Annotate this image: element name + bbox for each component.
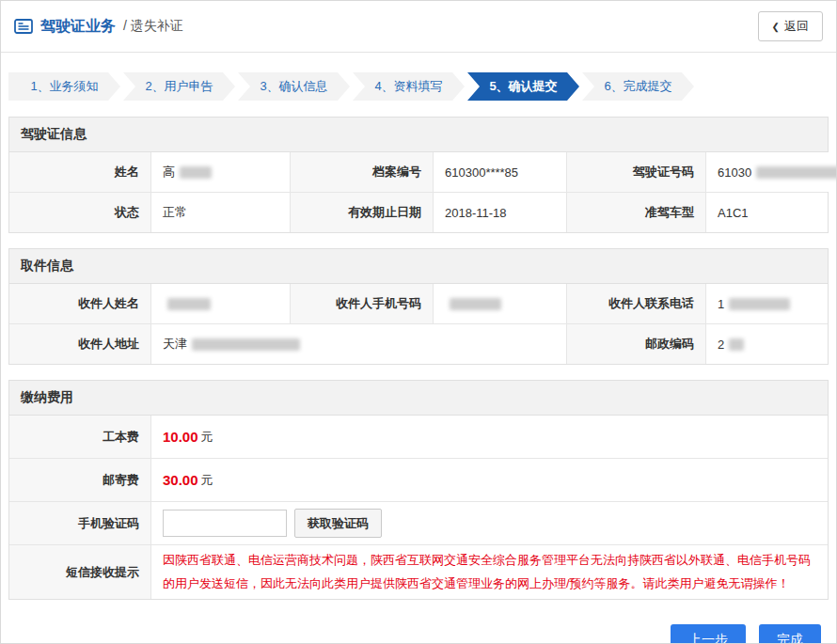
field-label-recipient-name: 收件人姓名 [9,284,150,323]
back-button[interactable]: ❮ 返回 [758,11,823,41]
page: 驾驶证业务 / 遗失补证 ❮ 返回 1、业务须知 2、用户申告 3、确认信息 4… [0,0,837,644]
page-title: 驾驶证业务 [40,17,116,37]
field-label-recipient-mobile: 收件人手机号码 [290,284,433,323]
footer-actions: 上一步 完成 [1,615,836,644]
fee-unit: 元 [201,472,213,489]
table-row: 工本费 10.00 元 [9,416,828,459]
field-value-recipient-name [150,284,290,323]
step-5-confirm-submit: 5、确认提交 [467,72,579,101]
field-label-recipient-phone: 收件人联系电话 [566,284,705,323]
field-value-vehicle-class: A1C1 [705,193,828,232]
table-row: 姓名 高 档案编号 610300****85 驾驶证号码 61030 [9,152,828,193]
table-row: 短信接收提示 因陕西省联通、电信运营商技术问题，陕西省互联网交通安全综合服务管理… [9,545,828,599]
sms-code-row: 获取验证码 [150,502,828,544]
field-value-recipient-mobile [433,284,566,323]
sms-code-input[interactable] [163,510,287,537]
table-row: 收件人姓名 收件人手机号码 收件人联系电话 1 [9,284,828,324]
license-card-icon [14,19,33,34]
license-info-section: 驾驶证信息 姓名 高 档案编号 610300****85 驾驶证号码 61030… [8,117,829,233]
table-row: 手机验证码 获取验证码 [9,502,828,545]
field-value-postal-code: 2 [705,324,828,364]
previous-step-button[interactable]: 上一步 [671,624,746,644]
step-6-complete: 6、完成提交 [582,72,694,101]
redacted-text [756,166,837,179]
redacted-text [729,338,744,351]
field-label-postal-code: 邮政编码 [566,324,705,364]
field-label-license-no: 驾驶证号码 [566,152,705,192]
pickup-info-section: 取件信息 收件人姓名 收件人手机号码 收件人联系电话 1 收件人地址 天津 邮政… [8,248,829,365]
field-value-license-no: 61030 [705,152,837,192]
step-4-fill-data: 4、资料填写 [353,72,465,101]
fees-section: 缴纳费用 工本费 10.00 元 邮寄费 30.00 元 手机验证码 获取验证码… [8,380,829,600]
get-code-button[interactable]: 获取验证码 [294,509,382,538]
step-1-notice: 1、业务须知 [8,72,120,101]
sms-notice-text: 因陕西省联通、电信运营商技术问题，陕西省互联网交通安全综合服务管理平台无法向持陕… [163,549,816,595]
field-value-recipient-phone: 1 [705,284,828,323]
field-value-postage-fee: 30.00 元 [150,459,828,501]
redacted-text [192,338,300,351]
step-3-confirm-info: 3、确认信息 [238,72,350,101]
field-value-status: 正常 [150,193,290,232]
breadcrumb: 驾驶证业务 / 遗失补证 [14,17,183,37]
page-header: 驾驶证业务 / 遗失补证 ❮ 返回 [1,1,836,53]
field-label-name: 姓名 [9,152,150,192]
section-title: 驾驶证信息 [9,118,828,152]
redacted-text [180,166,212,179]
field-value-file-no: 610300****85 [433,152,566,192]
field-label-postage-fee: 邮寄费 [9,459,150,501]
chevron-left-icon: ❮ [772,22,780,32]
field-value-name: 高 [150,152,290,192]
section-title: 取件信息 [9,249,828,284]
back-button-label: 返回 [784,18,809,35]
field-label-recipient-address: 收件人地址 [9,324,150,364]
fee-unit: 元 [201,429,213,446]
field-label-vehicle-class: 准驾车型 [566,193,705,232]
field-label-status: 状态 [9,193,150,232]
fee-amount: 30.00 [163,472,198,488]
table-row: 状态 正常 有效期止日期 2018-11-18 准驾车型 A1C1 [9,193,828,232]
fee-amount: 10.00 [163,429,198,445]
redacted-text [450,298,501,310]
section-title: 缴纳费用 [9,381,828,416]
redacted-text [729,298,790,310]
field-label-expiry: 有效期止日期 [290,193,433,232]
field-value-production-fee: 10.00 元 [150,416,828,458]
step-wizard: 1、业务须知 2、用户申告 3、确认信息 4、资料填写 5、确认提交 6、完成提… [8,72,829,101]
field-label-file-no: 档案编号 [290,152,433,192]
redacted-text [167,298,211,310]
field-value-expiry: 2018-11-18 [433,193,566,232]
step-2-declaration: 2、用户申告 [123,72,235,101]
field-value-recipient-address: 天津 [150,324,566,364]
field-label-sms-code: 手机验证码 [9,502,150,544]
field-label-production-fee: 工本费 [9,416,150,458]
field-label-sms-notice: 短信接收提示 [9,545,150,599]
sms-notice-cell: 因陕西省联通、电信运营商技术问题，陕西省互联网交通安全综合服务管理平台无法向持陕… [150,545,828,599]
table-row: 邮寄费 30.00 元 [9,459,828,502]
page-subtitle: / 遗失补证 [123,18,183,35]
finish-button[interactable]: 完成 [759,624,821,644]
table-row: 收件人地址 天津 邮政编码 2 [9,324,828,364]
